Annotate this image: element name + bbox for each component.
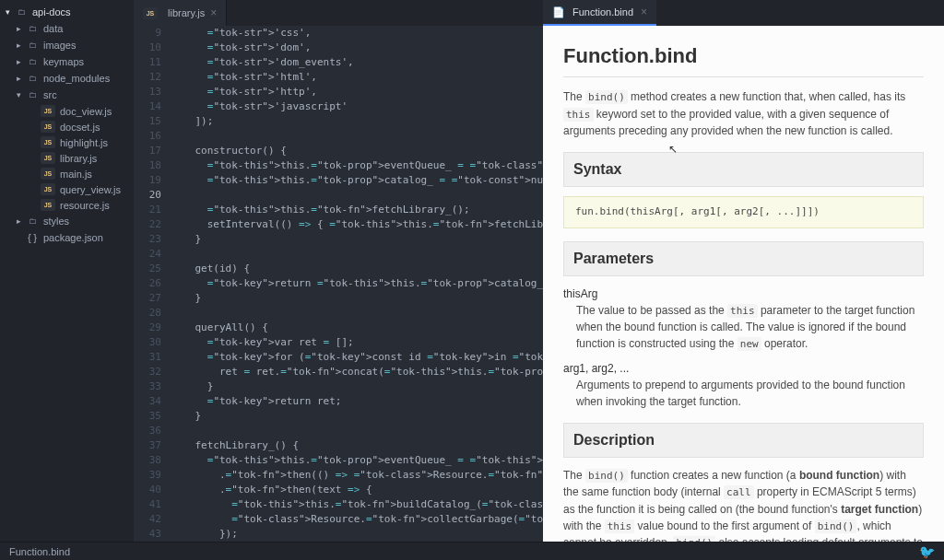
params-list: thisArgThe value to be passed as the thi… — [563, 286, 924, 410]
editor-tabs: JS library.js × — [134, 0, 543, 26]
folder-icon: 🗀 — [26, 215, 39, 228]
tree-item-docset-js[interactable]: JSdocset.js — [0, 119, 134, 134]
status-left: Function.bind — [9, 546, 70, 557]
doc-intro: The bind() method creates a new function… — [563, 88, 924, 139]
tree-item-label: keymaps — [43, 56, 84, 67]
tree-item-label: data — [43, 23, 63, 34]
folder-icon: 🗀 — [26, 22, 39, 35]
tree-root[interactable]: ▾ 🗀 api-docs — [0, 4, 134, 20]
chevron-icon: ▸ — [17, 41, 26, 50]
code-content[interactable]: ="tok-str">'css', ="tok-str">'dom', ="to… — [171, 26, 543, 542]
doc-title: Function.bind — [563, 41, 924, 77]
tree-item-label: query_view.js — [60, 184, 121, 195]
folder-icon: 🗀 — [26, 55, 39, 68]
tree-item-src[interactable]: ▾🗀src — [0, 87, 134, 103]
js-icon: JS — [41, 136, 55, 148]
js-icon: JS — [41, 121, 55, 133]
tree-item-main-js[interactable]: JSmain.js — [0, 166, 134, 181]
tree-item-keymaps[interactable]: ▸🗀keymaps — [0, 53, 134, 70]
close-icon[interactable]: × — [210, 6, 217, 19]
editor-body[interactable]: 9101112131415161718192021222324252627282… — [134, 26, 543, 542]
tree-item-label: node_modules — [43, 73, 110, 84]
tree-item-label: docset.js — [60, 122, 100, 133]
tree-item-library-js[interactable]: JSlibrary.js — [0, 150, 134, 166]
js-icon: JS — [143, 7, 158, 19]
close-icon[interactable]: × — [641, 6, 647, 18]
tree-item-doc-view-js[interactable]: JSdoc_view.js — [0, 103, 134, 119]
description-body: The bind() function creates a new functi… — [563, 467, 924, 542]
js-icon: JS — [41, 183, 55, 195]
tree-item-data[interactable]: ▸🗀data — [0, 20, 134, 37]
json-icon: { } — [26, 231, 39, 244]
editor-tab-library[interactable]: JS library.js × — [134, 0, 227, 26]
tree-item-package-json[interactable]: { }package.json — [0, 229, 134, 246]
chevron-icon: ▸ — [17, 57, 26, 66]
js-icon: JS — [41, 168, 55, 180]
doc-tab-function-bind[interactable]: 📄 Function.bind × — [543, 0, 656, 26]
chevron-icon: ▸ — [17, 74, 26, 83]
statusbar: Function.bind 🐦 — [0, 542, 944, 560]
tree-root-label: api-docs — [32, 6, 71, 18]
doc-tab-label: Function.bind — [572, 6, 633, 18]
tree-item-node-modules[interactable]: ▸🗀node_modules — [0, 70, 134, 87]
tree-item-label: images — [43, 40, 76, 51]
editor-pane: JS library.js × 910111213141516171819202… — [134, 0, 543, 542]
doc-tabs: 📄 Function.bind × — [543, 0, 944, 26]
syntax-heading: Syntax — [563, 152, 924, 187]
tree-item-highlight-js[interactable]: JShighlight.js — [0, 134, 134, 150]
js-icon: JS — [41, 152, 55, 164]
param-desc: The value to be passed as the this param… — [576, 302, 924, 353]
folder-icon: 🗀 — [26, 88, 39, 101]
tree-item-label: highlight.js — [60, 137, 108, 148]
chevron-icon: ▸ — [17, 24, 26, 33]
twitter-icon[interactable]: 🐦 — [919, 544, 935, 559]
tree-item-label: main.js — [60, 169, 92, 180]
tree-item-label: library.js — [60, 153, 97, 164]
folder-icon: 🗀 — [26, 39, 39, 52]
js-icon: JS — [41, 105, 55, 117]
chevron-icon: ▾ — [17, 90, 26, 99]
chevron-icon: ▸ — [17, 216, 26, 226]
tree-item-images[interactable]: ▸🗀images — [0, 37, 134, 53]
tree-item-label: styles — [43, 216, 69, 227]
folder-icon: 🗀 — [26, 72, 39, 85]
doc-icon: 📄 — [552, 6, 565, 18]
editor-tab-label: library.js — [168, 7, 205, 18]
doc-body[interactable]: Function.bind The bind() method creates … — [543, 26, 944, 542]
tree-item-resource-js[interactable]: JSresource.js — [0, 197, 134, 213]
chevron-down-icon: ▾ — [6, 7, 15, 17]
js-icon: JS — [41, 199, 55, 211]
doc-pane: 📄 Function.bind × Function.bind The bind… — [543, 0, 944, 542]
line-gutter: 9101112131415161718192021222324252627282… — [134, 26, 171, 542]
params-heading: Parameters — [563, 241, 924, 276]
folder-icon: 🗀 — [15, 6, 28, 18]
file-tree-sidebar: ▾ 🗀 api-docs ▸🗀data▸🗀images▸🗀keymaps▸🗀no… — [0, 0, 134, 542]
tree-item-label: doc_view.js — [60, 106, 112, 117]
tree-item-styles[interactable]: ▸🗀styles — [0, 213, 134, 229]
tree-item-label: resource.js — [60, 200, 110, 211]
param-name: thisArg — [563, 286, 924, 302]
param-name: arg1, arg2, ... — [563, 360, 924, 377]
tree-item-label: package.json — [43, 232, 103, 243]
description-heading: Description — [563, 423, 924, 458]
param-desc: Arguments to prepend to arguments provid… — [576, 377, 924, 410]
syntax-code: fun.bind(thisArg[, arg1[, arg2[, ...]]]) — [563, 196, 924, 228]
tree-item-query-view-js[interactable]: JSquery_view.js — [0, 181, 134, 197]
tree-item-label: src — [43, 89, 57, 100]
